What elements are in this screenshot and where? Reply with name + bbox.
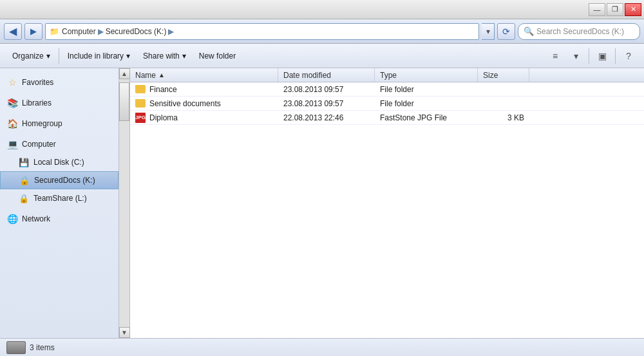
file-date-cell: 23.08.2013 09:57 [278, 85, 375, 94]
file-name: Sensitive documents [149, 99, 221, 108]
libraries-label: Libraries [22, 98, 52, 108]
toolbar-separator-2 [589, 48, 589, 64]
file-name: Finance [149, 85, 177, 94]
libraries-icon: 📚 [6, 97, 18, 109]
path-sep-2: ▶ [168, 27, 174, 36]
file-name-cell: Finance [130, 85, 278, 94]
refresh-button[interactable]: ⟳ [497, 23, 515, 40]
file-name-cell: JPG Diploma [130, 113, 278, 123]
search-icon: 🔍 [524, 26, 534, 36]
computer-label: Computer [22, 140, 56, 149]
toolbar-separator-1 [59, 48, 59, 64]
pane-toggle-button[interactable]: ▣ [593, 47, 611, 65]
status-bar: 3 items [0, 338, 644, 356]
vertical-scrollbar[interactable]: ▲ ▼ [119, 68, 130, 338]
file-list: Name ▲ Date modified Type Size [130, 68, 644, 338]
toolbar-right: ≡ ▾ ▣ ? [546, 47, 638, 65]
search-bar[interactable]: 🔍 Search SecuredDocs (K:) [518, 23, 640, 40]
scroll-thumb[interactable] [119, 82, 129, 121]
table-row[interactable]: Sensitive documents 23.08.2013 09:57 Fil… [130, 97, 644, 111]
address-path-bar[interactable]: 📁 Computer ▶ SecuredDocs (K:) ▶ [45, 23, 479, 40]
drive-thumbnail-icon [6, 341, 26, 354]
column-header-date[interactable]: Date modified [278, 68, 375, 82]
sidebar-item-computer[interactable]: 💻 Computer [0, 135, 118, 153]
file-size-cell: 3 KB [478, 113, 529, 122]
file-date-cell: 22.08.2013 22:46 [278, 113, 375, 122]
sidebar-item-homegroup[interactable]: 🏠 Homegroup [0, 115, 118, 133]
homegroup-section: 🏠 Homegroup [0, 115, 118, 133]
forward-button[interactable]: ▶ [24, 23, 43, 40]
file-date: 22.08.2013 22:46 [283, 113, 343, 122]
organize-button[interactable]: Organize ▾ [6, 47, 56, 65]
drive-c-icon: 💾 [18, 156, 30, 168]
file-date: 23.08.2013 09:57 [283, 85, 343, 94]
scroll-down-arrow[interactable]: ▼ [119, 327, 130, 338]
restore-button[interactable]: ❐ [607, 3, 623, 16]
sidebar-item-favorites[interactable]: ☆ Favorites [0, 73, 118, 91]
homegroup-icon: 🏠 [6, 118, 18, 129]
favorites-label: Favorites [22, 78, 53, 87]
file-type-cell: File folder [375, 85, 478, 94]
view-toggle-button[interactable]: ≡ [546, 47, 564, 65]
include-library-dropdown-icon: ▾ [126, 52, 130, 61]
sidebar-item-drive-l[interactable]: 🔒 TeamShare (L:) [0, 189, 118, 207]
column-header-size[interactable]: Size [478, 68, 529, 82]
scroll-up-arrow[interactable]: ▲ [119, 68, 130, 79]
new-folder-button[interactable]: New folder [193, 47, 242, 65]
drive-l-label: TeamShare (L:) [33, 194, 87, 203]
organize-label: Organize [12, 52, 44, 61]
drive-l-icon: 🔒 [18, 192, 30, 204]
column-header-name[interactable]: Name ▲ [130, 68, 278, 82]
drive-k-label: SecuredDocs (K:) [34, 176, 95, 185]
path-drive: SecuredDocs (K:) [106, 27, 167, 36]
network-icon: 🌐 [6, 213, 18, 225]
folder-icon [135, 85, 146, 93]
column-header-type[interactable]: Type [375, 68, 478, 82]
path-icon: 📁 [50, 27, 59, 36]
include-library-button[interactable]: Include in library ▾ [62, 47, 136, 65]
toolbar: Organize ▾ Include in library ▾ Share wi… [0, 44, 644, 68]
file-type-cell: FastStone JPG File [375, 113, 478, 122]
jpg-icon: JPG [135, 113, 146, 123]
table-row[interactable]: Finance 23.08.2013 09:57 File folder [130, 82, 644, 97]
scroll-track[interactable] [119, 79, 129, 327]
path-sep-1: ▶ [98, 27, 104, 36]
share-with-button[interactable]: Share with ▾ [137, 47, 192, 65]
file-size: 3 KB [507, 113, 524, 122]
sidebar: ☆ Favorites 📚 Libraries 🏠 Homegroup [0, 68, 119, 338]
file-date-cell: 23.08.2013 09:57 [278, 99, 375, 108]
table-row[interactable]: JPG Diploma 22.08.2013 22:46 FastStone J… [130, 111, 644, 125]
sidebar-item-network[interactable]: 🌐 Network [0, 210, 118, 228]
share-with-label: Share with [143, 52, 180, 61]
file-type: File folder [380, 99, 414, 108]
sidebar-item-libraries[interactable]: 📚 Libraries [0, 94, 118, 112]
file-rows: Finance 23.08.2013 09:57 File folder [130, 82, 644, 125]
drive-k-icon: 🔒 [19, 174, 30, 186]
network-label: Network [22, 214, 50, 223]
drive-c-label: Local Disk (C:) [33, 158, 84, 167]
title-bar: — ❐ ✕ [0, 0, 644, 19]
minimize-button[interactable]: — [589, 3, 605, 16]
toolbar-separator-3 [615, 48, 616, 64]
window-controls: — ❐ ✕ [589, 3, 641, 16]
sidebar-item-drive-c[interactable]: 💾 Local Disk (C:) [0, 153, 118, 171]
computer-section: 💻 Computer 💾 Local Disk (C:) 🔒 SecuredDo… [0, 135, 118, 207]
homegroup-label: Homegroup [22, 119, 62, 128]
search-placeholder: Search SecuredDocs (K:) [536, 27, 624, 36]
file-type-cell: File folder [375, 99, 478, 108]
computer-icon: 💻 [6, 138, 18, 150]
path-computer: Computer [62, 27, 96, 36]
include-library-label: Include in library [68, 52, 124, 61]
network-section: 🌐 Network [0, 210, 118, 228]
favorites-icon: ☆ [6, 77, 18, 88]
file-type: FastStone JPG File [380, 113, 447, 122]
content-area: ▲ ▼ Name ▲ Date modified Type [119, 68, 644, 338]
sidebar-item-drive-k[interactable]: 🔒 SecuredDocs (K:) [0, 171, 118, 189]
help-button[interactable]: ? [620, 47, 638, 65]
organize-dropdown-icon: ▾ [46, 52, 50, 61]
close-button[interactable]: ✕ [625, 3, 641, 16]
view-dropdown-button[interactable]: ▾ [567, 47, 585, 65]
path-dropdown-button[interactable]: ▾ [482, 23, 495, 40]
file-name-cell: Sensitive documents [130, 99, 278, 108]
back-button[interactable]: ◀ [4, 23, 22, 40]
